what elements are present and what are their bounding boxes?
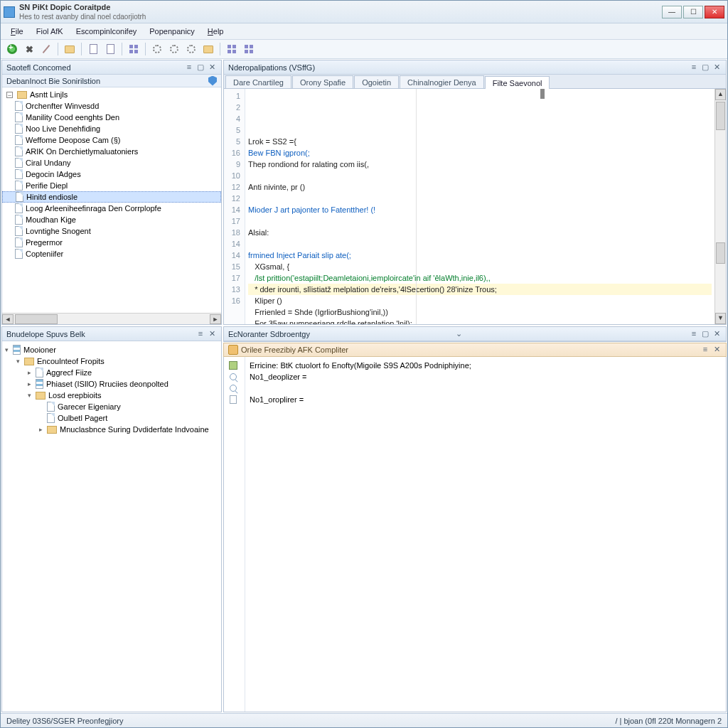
close-button[interactable]: ✕ — [705, 6, 724, 18]
scroll-down-button[interactable]: ▼ — [715, 313, 726, 324]
panel-menu-button[interactable]: ≡ — [689, 63, 699, 73]
code-line[interactable]: Frrienled = Shde (IgrliorBushiong'inil,)… — [248, 306, 712, 318]
panel-close-button[interactable]: ✕ — [712, 329, 722, 339]
explorer-hscrollbar[interactable]: ◄ ► — [2, 313, 221, 324]
menu-escomp[interactable]: Escompinlconifey — [70, 25, 143, 38]
code-line[interactable]: Thep rondiond for ralating com iis(, — [248, 159, 712, 170]
editor-tab[interactable]: Filte Saevonol — [485, 76, 550, 89]
panel-min-button[interactable]: ▢ — [700, 63, 710, 73]
tree-item[interactable]: Ciral Undany — [2, 157, 221, 168]
panel-menu-button[interactable]: ≡ — [689, 329, 699, 339]
scroll-thumb[interactable] — [716, 102, 725, 130]
code-line[interactable]: * dder irounti, slîistiatž melplation de… — [248, 284, 712, 295]
code-line[interactable]: Kliper () — [248, 295, 712, 306]
tree-item[interactable]: Loog Arleeniheefinraga Den Corrplopfe — [2, 203, 221, 214]
editor-tab[interactable]: Dare Cnartileg — [225, 75, 291, 88]
tb-panel2-button[interactable] — [242, 42, 256, 56]
panel-menu-button[interactable]: ≡ — [184, 63, 194, 73]
tree-item[interactable]: Noo Live Denehfiding — [2, 123, 221, 134]
tb-gear2-button[interactable] — [167, 42, 181, 56]
code-line[interactable] — [248, 170, 712, 181]
tree-root[interactable]: – Asntt Linjls — [2, 89, 221, 100]
editor-vscrollbar[interactable]: ▲ ▼ — [714, 89, 726, 324]
scroll-left-button[interactable]: ◄ — [2, 314, 14, 324]
panel-close-button[interactable]: ✕ — [207, 63, 217, 73]
tree-item[interactable]: Moudhan Kige — [2, 214, 221, 225]
scroll-right-button[interactable]: ► — [210, 314, 221, 324]
expand-icon[interactable]: ▾ — [26, 392, 33, 399]
scroll-thumb[interactable] — [15, 314, 58, 324]
tree-item[interactable]: Manility Cood eenghts Den — [2, 112, 221, 123]
code-line[interactable]: frmined Inject Pariait slip ate(; — [248, 250, 712, 261]
code-line[interactable]: For 35aw numpseriang rdclle retaplation … — [248, 318, 712, 324]
scroll-up-button[interactable]: ▲ — [715, 89, 726, 100]
tb-add-button[interactable] — [5, 42, 19, 56]
code-line[interactable] — [248, 193, 712, 204]
editor-tab[interactable]: Orony Spafie — [292, 75, 353, 88]
tb-folder-button[interactable] — [63, 42, 77, 56]
project-tree-item[interactable]: Garecer Eigeniary — [4, 401, 220, 412]
panel-min-button[interactable]: ▢ — [700, 329, 710, 339]
project-tree-item[interactable]: ▸Phiaset (ISIlO) Rruciies deonpolted — [4, 378, 220, 390]
expand-icon[interactable]: – — [6, 92, 13, 98]
project-tree-item[interactable]: ▸Mnuclasbnce Suring Dvdiderfate Indvoain… — [4, 424, 220, 435]
scroll-thumb-2[interactable] — [716, 242, 725, 264]
code-line[interactable]: Bew FBN igpron(; — [248, 147, 712, 159]
expand-icon[interactable]: ▾ — [15, 358, 21, 365]
tb-gear1-button[interactable] — [150, 42, 164, 56]
code-line[interactable]: XGsmal, { — [248, 261, 712, 272]
panel-close-button[interactable]: ✕ — [712, 63, 722, 73]
project-tree[interactable]: ▾ Mooioner ▾Encoulnteof Fropits▸Aggrecf … — [2, 341, 221, 712]
expand-icon[interactable]: ▸ — [26, 380, 33, 387]
code-line[interactable]: Alsial: — [248, 227, 712, 238]
editor-tab[interactable]: Chinalnogier Denya — [400, 75, 484, 88]
tree-item[interactable]: Hinitd endiosle — [2, 191, 221, 203]
panel-min-button[interactable]: ▢ — [196, 63, 205, 73]
explorer-tree[interactable]: – Asntt Linjls Orchenfter WinvesddManili… — [2, 87, 221, 313]
panel-menu-button[interactable]: ≡ — [196, 329, 205, 339]
tree-item[interactable]: Perifie Diepl — [2, 180, 221, 191]
panel-close-button[interactable]: ✕ — [712, 345, 722, 355]
tb-panel1-button[interactable] — [225, 42, 239, 56]
code-line[interactable] — [248, 238, 712, 250]
tb-wand-button[interactable] — [39, 42, 53, 56]
project-tree-item[interactable]: ▸Aggrecf Fiize — [4, 367, 220, 378]
code-line[interactable] — [248, 215, 712, 227]
tb-folder2-button[interactable] — [201, 42, 215, 56]
dropdown-icon[interactable]: ⌄ — [454, 329, 464, 339]
menu-popen[interactable]: Popenpanicy — [144, 25, 200, 38]
tree-item[interactable]: Lovntighe Snogent — [2, 225, 221, 237]
menu-file[interactable]: File — [5, 25, 29, 38]
tree-item[interactable]: Copteniifer — [2, 248, 221, 259]
editor-tab[interactable]: Ogoietin — [354, 75, 399, 88]
expand-icon[interactable]: ▸ — [26, 369, 33, 376]
code-line[interactable]: Lrok = SS2 ={ — [248, 136, 712, 147]
panel-menu-button[interactable]: ≡ — [700, 345, 710, 355]
expand-icon[interactable]: ▸ — [38, 426, 44, 433]
project-tree-item[interactable]: ▾Encoulnteof Fropits — [4, 355, 220, 367]
tb-gear3-button[interactable] — [184, 42, 198, 56]
tree-item[interactable]: Weffome Deopose Cam (§) — [2, 134, 221, 146]
maximize-button[interactable]: ☐ — [683, 6, 703, 18]
menu-help[interactable]: Help — [202, 25, 230, 38]
minimize-button[interactable]: — — [662, 6, 682, 18]
code-editor[interactable]: 12455169101212141718141415171316 Lrok = … — [224, 89, 726, 324]
tb-grid-button[interactable] — [127, 42, 141, 56]
menu-fiol[interactable]: Fiol AfK — [31, 25, 69, 38]
tree-item[interactable]: Degocin IAdges — [2, 168, 221, 180]
code-line[interactable]: /lst prittion('estapiilt;Deamletaioni,ie… — [248, 272, 712, 284]
tree-item[interactable]: Orchenfter Winvesdd — [2, 100, 221, 112]
panel-close-button[interactable]: ✕ — [207, 329, 217, 339]
tb-doc1-button[interactable] — [86, 42, 100, 56]
expand-icon[interactable]: ▾ — [4, 346, 10, 353]
project-tree-item[interactable]: ▾Losd erepbioits — [4, 390, 220, 401]
tb-doc2-button[interactable] — [103, 42, 117, 56]
tb-remove-button[interactable]: ✖ — [22, 42, 36, 56]
project-tree-item[interactable]: Oulbetl Pagert — [4, 412, 220, 424]
code-line[interactable]: Anti nivinte, pr () — [248, 181, 712, 193]
output-body[interactable]: Erricine: BtK ctuolort fo Enofty(Migoile… — [223, 357, 727, 712]
code-area[interactable]: Lrok = SS2 ={Bew FBN igpron(;Thep rondio… — [245, 89, 714, 324]
tree-item[interactable]: Pregermor — [2, 237, 221, 248]
code-line[interactable]: Mioder J art pajonter to Fatentther! (! — [248, 204, 712, 215]
tree-item[interactable]: ARIK On Derchietlymaluatoniers — [2, 146, 221, 157]
